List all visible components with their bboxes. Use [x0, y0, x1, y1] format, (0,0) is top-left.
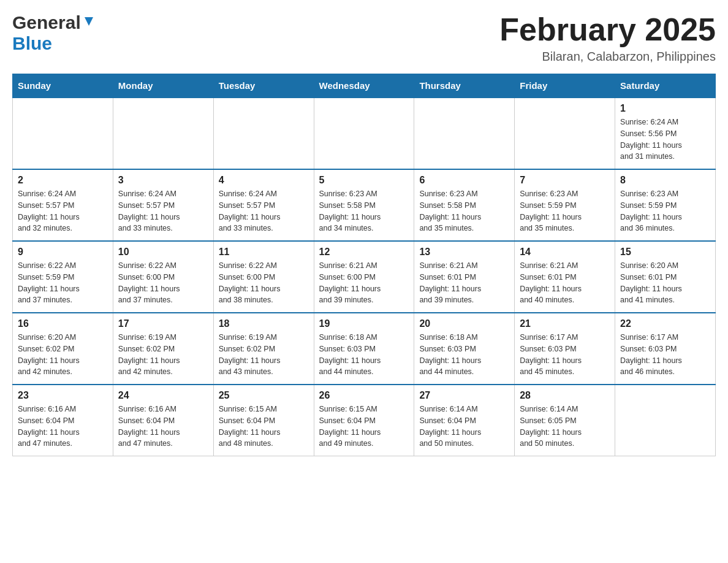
day-info: Sunrise: 6:22 AM Sunset: 6:00 PM Dayligh… [118, 260, 208, 306]
calendar-day-cell: 15Sunrise: 6:20 AM Sunset: 6:01 PM Dayli… [615, 241, 716, 313]
day-number: 21 [520, 318, 610, 329]
day-number: 12 [319, 247, 409, 258]
calendar-day-cell: 16Sunrise: 6:20 AM Sunset: 6:02 PM Dayli… [13, 313, 113, 385]
header-tuesday: Tuesday [213, 74, 314, 98]
calendar-day-cell: 20Sunrise: 6:18 AM Sunset: 6:03 PM Dayli… [414, 313, 515, 385]
calendar-day-cell: 9Sunrise: 6:22 AM Sunset: 5:59 PM Daylig… [13, 241, 113, 313]
calendar-day-cell [615, 385, 716, 456]
day-info: Sunrise: 6:22 AM Sunset: 6:00 PM Dayligh… [219, 260, 309, 306]
calendar-day-cell: 4Sunrise: 6:24 AM Sunset: 5:57 PM Daylig… [213, 169, 314, 241]
weekday-header-row: Sunday Monday Tuesday Wednesday Thursday… [13, 74, 716, 98]
day-info: Sunrise: 6:18 AM Sunset: 6:03 PM Dayligh… [419, 332, 509, 378]
header-wednesday: Wednesday [314, 74, 414, 98]
day-info: Sunrise: 6:23 AM Sunset: 5:58 PM Dayligh… [419, 188, 509, 234]
day-info: Sunrise: 6:24 AM Sunset: 5:57 PM Dayligh… [219, 188, 309, 234]
day-number: 11 [219, 247, 309, 258]
day-info: Sunrise: 6:17 AM Sunset: 6:03 PM Dayligh… [520, 332, 610, 378]
calendar-day-cell: 22Sunrise: 6:17 AM Sunset: 6:03 PM Dayli… [615, 313, 716, 385]
day-number: 26 [319, 390, 409, 401]
day-number: 10 [118, 247, 208, 258]
calendar-day-cell: 5Sunrise: 6:23 AM Sunset: 5:58 PM Daylig… [314, 169, 414, 241]
day-info: Sunrise: 6:19 AM Sunset: 6:02 PM Dayligh… [118, 332, 208, 378]
day-number: 23 [18, 390, 108, 401]
calendar-day-cell: 14Sunrise: 6:21 AM Sunset: 6:01 PM Dayli… [515, 241, 615, 313]
day-number: 20 [419, 318, 509, 329]
logo: General Blue [12, 12, 96, 54]
day-info: Sunrise: 6:24 AM Sunset: 5:57 PM Dayligh… [118, 188, 208, 234]
calendar-day-cell: 7Sunrise: 6:23 AM Sunset: 5:59 PM Daylig… [515, 169, 615, 241]
calendar-day-cell: 10Sunrise: 6:22 AM Sunset: 6:00 PM Dayli… [113, 241, 213, 313]
calendar-day-cell: 2Sunrise: 6:24 AM Sunset: 5:57 PM Daylig… [13, 169, 113, 241]
calendar-day-cell [13, 98, 113, 169]
calendar-day-cell: 26Sunrise: 6:15 AM Sunset: 6:04 PM Dayli… [314, 385, 414, 456]
day-info: Sunrise: 6:14 AM Sunset: 6:04 PM Dayligh… [419, 404, 509, 450]
calendar-day-cell [515, 98, 615, 169]
day-number: 3 [118, 175, 208, 186]
day-info: Sunrise: 6:16 AM Sunset: 6:04 PM Dayligh… [18, 404, 108, 450]
day-number: 6 [419, 175, 509, 186]
calendar-day-cell: 21Sunrise: 6:17 AM Sunset: 6:03 PM Dayli… [515, 313, 615, 385]
calendar-day-cell: 13Sunrise: 6:21 AM Sunset: 6:01 PM Dayli… [414, 241, 515, 313]
day-number: 14 [520, 247, 610, 258]
day-info: Sunrise: 6:17 AM Sunset: 6:03 PM Dayligh… [620, 332, 710, 378]
calendar-table: Sunday Monday Tuesday Wednesday Thursday… [12, 74, 716, 456]
logo-blue-text: Blue [12, 33, 52, 53]
calendar-week-row: 16Sunrise: 6:20 AM Sunset: 6:02 PM Dayli… [13, 313, 716, 385]
day-info: Sunrise: 6:23 AM Sunset: 5:58 PM Dayligh… [319, 188, 409, 234]
day-info: Sunrise: 6:16 AM Sunset: 6:04 PM Dayligh… [118, 404, 208, 450]
calendar-day-cell: 23Sunrise: 6:16 AM Sunset: 6:04 PM Dayli… [13, 385, 113, 456]
calendar-day-cell: 17Sunrise: 6:19 AM Sunset: 6:02 PM Dayli… [113, 313, 213, 385]
day-number: 27 [419, 390, 509, 401]
day-number: 1 [620, 103, 710, 114]
calendar-day-cell [414, 98, 515, 169]
day-info: Sunrise: 6:20 AM Sunset: 6:01 PM Dayligh… [620, 260, 710, 306]
day-info: Sunrise: 6:15 AM Sunset: 6:04 PM Dayligh… [319, 404, 409, 450]
calendar-day-cell [113, 98, 213, 169]
day-number: 28 [520, 390, 610, 401]
day-info: Sunrise: 6:21 AM Sunset: 6:01 PM Dayligh… [520, 260, 610, 306]
day-info: Sunrise: 6:22 AM Sunset: 5:59 PM Dayligh… [18, 260, 108, 306]
calendar-day-cell: 3Sunrise: 6:24 AM Sunset: 5:57 PM Daylig… [113, 169, 213, 241]
calendar-day-cell [213, 98, 314, 169]
calendar-week-row: 9Sunrise: 6:22 AM Sunset: 5:59 PM Daylig… [13, 241, 716, 313]
title-block: February 2025 Bilaran, Calabarzon, Phili… [499, 12, 716, 64]
header-saturday: Saturday [615, 74, 716, 98]
day-number: 2 [18, 175, 108, 186]
month-title: February 2025 [499, 12, 716, 47]
calendar-week-row: 1Sunrise: 6:24 AM Sunset: 5:56 PM Daylig… [13, 98, 716, 169]
day-number: 19 [319, 318, 409, 329]
day-number: 24 [118, 390, 208, 401]
calendar-day-cell: 6Sunrise: 6:23 AM Sunset: 5:58 PM Daylig… [414, 169, 515, 241]
header-monday: Monday [113, 74, 213, 98]
day-info: Sunrise: 6:23 AM Sunset: 5:59 PM Dayligh… [620, 188, 710, 234]
day-info: Sunrise: 6:24 AM Sunset: 5:56 PM Dayligh… [620, 117, 710, 163]
day-number: 22 [620, 318, 710, 329]
logo-general-text: General [12, 12, 81, 33]
page-header: General Blue February 2025 Bilaran, Cala… [12, 12, 716, 64]
calendar-day-cell: 11Sunrise: 6:22 AM Sunset: 6:00 PM Dayli… [213, 241, 314, 313]
day-number: 13 [419, 247, 509, 258]
calendar-day-cell: 27Sunrise: 6:14 AM Sunset: 6:04 PM Dayli… [414, 385, 515, 456]
calendar-day-cell: 19Sunrise: 6:18 AM Sunset: 6:03 PM Dayli… [314, 313, 414, 385]
svg-marker-0 [85, 17, 93, 26]
day-info: Sunrise: 6:21 AM Sunset: 6:00 PM Dayligh… [319, 260, 409, 306]
day-info: Sunrise: 6:15 AM Sunset: 6:04 PM Dayligh… [219, 404, 309, 450]
day-number: 4 [219, 175, 309, 186]
day-info: Sunrise: 6:23 AM Sunset: 5:59 PM Dayligh… [520, 188, 610, 234]
calendar-day-cell: 24Sunrise: 6:16 AM Sunset: 6:04 PM Dayli… [113, 385, 213, 456]
calendar-day-cell: 28Sunrise: 6:14 AM Sunset: 6:05 PM Dayli… [515, 385, 615, 456]
calendar-week-row: 2Sunrise: 6:24 AM Sunset: 5:57 PM Daylig… [13, 169, 716, 241]
location-text: Bilaran, Calabarzon, Philippines [499, 50, 716, 64]
day-number: 15 [620, 247, 710, 258]
logo-arrow-icon [82, 15, 96, 31]
calendar-day-cell: 18Sunrise: 6:19 AM Sunset: 6:02 PM Dayli… [213, 313, 314, 385]
day-number: 7 [520, 175, 610, 186]
day-info: Sunrise: 6:19 AM Sunset: 6:02 PM Dayligh… [219, 332, 309, 378]
calendar-day-cell: 25Sunrise: 6:15 AM Sunset: 6:04 PM Dayli… [213, 385, 314, 456]
calendar-day-cell [314, 98, 414, 169]
day-info: Sunrise: 6:21 AM Sunset: 6:01 PM Dayligh… [419, 260, 509, 306]
day-info: Sunrise: 6:18 AM Sunset: 6:03 PM Dayligh… [319, 332, 409, 378]
day-number: 9 [18, 247, 108, 258]
header-sunday: Sunday [13, 74, 113, 98]
header-thursday: Thursday [414, 74, 515, 98]
